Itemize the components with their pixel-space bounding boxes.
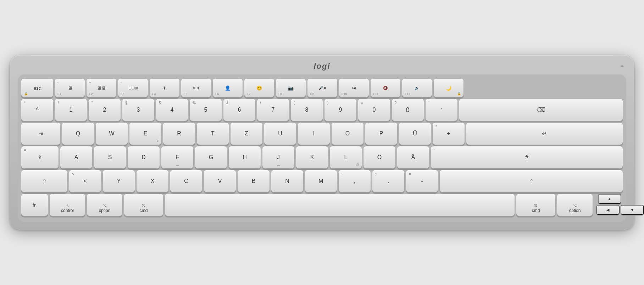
key-shift-right[interactable]: ⇧ — [440, 170, 623, 192]
key-9[interactable]: ) 9 — [324, 99, 356, 121]
key-f[interactable]: F — [161, 146, 193, 168]
key-t[interactable]: T — [197, 123, 229, 145]
key-less[interactable]: > < — [69, 170, 101, 192]
key-f5[interactable]: ☀☀ F5 — [181, 79, 211, 97]
key-8[interactable]: ( 8 — [291, 99, 323, 121]
key-hash[interactable]: ' # — [431, 146, 623, 168]
key-f1[interactable]: 🖥 • F1 — [55, 79, 85, 97]
arrow-up-row: ▲ — [596, 194, 623, 204]
keyboard: logi esc 🔒 🖥 • F1 🖥🖥 •• F2 ⊞⊞⊞ • F3 — [10, 55, 634, 230]
key-option-left[interactable]: ⌥ option — [87, 194, 122, 216]
key-r[interactable]: R — [163, 123, 195, 145]
logo-bar: logi — [18, 62, 626, 71]
shift-row: ⇧ > < Y X C V B N — [21, 170, 623, 192]
key-4[interactable]: $ 4 — [156, 99, 188, 121]
key-i[interactable]: I — [298, 123, 330, 145]
key-f3[interactable]: ⊞⊞⊞ • F3 — [118, 79, 148, 97]
key-a[interactable]: A — [60, 146, 92, 168]
key-cmd-left[interactable]: ⌘ cmd — [124, 194, 163, 216]
key-f11[interactable]: 🔇 F11 — [371, 79, 400, 97]
key-fn[interactable]: fn — [21, 194, 48, 216]
key-x[interactable]: X — [137, 170, 168, 192]
key-m[interactable]: M — [305, 170, 337, 192]
led-indicator — [621, 66, 623, 67]
key-f7[interactable]: 😊 F7 — [244, 79, 274, 97]
key-backspace[interactable]: ⌫ — [459, 99, 623, 121]
key-plus[interactable]: * + — [433, 123, 465, 145]
key-g[interactable]: G — [195, 146, 227, 168]
key-k[interactable]: K — [296, 146, 328, 168]
key-ss[interactable]: ? ß — [392, 99, 424, 121]
fn-row: esc 🔒 🖥 • F1 🖥🖥 •• F2 ⊞⊞⊞ • F3 ☀ F4 — [21, 79, 623, 97]
key-f9[interactable]: 🎤✕ F9 — [307, 79, 337, 97]
key-p[interactable]: P — [365, 123, 397, 145]
home-row: ⇪ A S D F G H J — [21, 146, 623, 168]
key-b[interactable]: B — [238, 170, 270, 192]
key-e[interactable]: E € — [129, 123, 161, 145]
key-5[interactable]: % 5 — [190, 99, 222, 121]
key-w[interactable]: W — [96, 123, 128, 145]
key-z[interactable]: Z — [231, 123, 262, 145]
key-n[interactable]: N — [271, 170, 303, 192]
key-v[interactable]: V — [204, 170, 236, 192]
key-tab[interactable]: ⇥ — [21, 123, 60, 145]
key-u[interactable]: U — [264, 123, 296, 145]
key-f2[interactable]: 🖥🖥 •• F2 — [87, 79, 116, 97]
key-f8[interactable]: 📷 F8 — [276, 79, 306, 97]
number-row: ° ^ ! 1 " 2 § 3 $ 4 % 5 — [21, 99, 623, 121]
key-o[interactable]: O — [332, 123, 363, 145]
key-shift-left[interactable]: ⇧ — [21, 170, 67, 192]
key-f10[interactable]: ⏭ F10 — [339, 79, 369, 97]
key-f12[interactable]: 🔈 F12 — [402, 79, 432, 97]
key-f4[interactable]: ☀ F4 — [150, 79, 179, 97]
key-ae[interactable]: Ä — [397, 146, 429, 168]
key-7[interactable]: / 7 — [257, 99, 289, 121]
key-esc[interactable]: esc 🔒 — [21, 79, 53, 97]
key-arrow-left[interactable]: ◀ — [596, 205, 620, 215]
key-1[interactable]: ! 1 — [55, 99, 87, 121]
key-0[interactable]: = 0 — [358, 99, 390, 121]
key-oe[interactable]: Ö — [363, 146, 395, 168]
key-3[interactable]: § 3 — [122, 99, 154, 121]
key-return[interactable]: ↵ — [466, 123, 623, 145]
arrow-down-row: ◀ ▼ ▶ — [596, 205, 623, 215]
key-caps-lock[interactable]: ⇪ — [21, 146, 59, 168]
key-c[interactable]: C — [170, 170, 202, 192]
brand-logo: logi — [313, 62, 330, 71]
key-ue[interactable]: Ü — [399, 123, 431, 145]
key-2[interactable]: " 2 — [89, 99, 121, 121]
key-space[interactable] — [165, 194, 515, 216]
key-lock[interactable]: 🌙 🔒 — [434, 79, 463, 97]
key-h[interactable]: H — [229, 146, 261, 168]
key-q[interactable]: Q — [62, 123, 94, 145]
keys-container: esc 🔒 🖥 • F1 🖥🖥 •• F2 ⊞⊞⊞ • F3 ☀ F4 — [18, 74, 626, 222]
key-6[interactable]: & 6 — [223, 99, 255, 121]
key-d[interactable]: D — [128, 146, 160, 168]
key-slash[interactable]: = - — [406, 170, 438, 192]
key-s[interactable]: S — [94, 146, 126, 168]
key-control[interactable]: ∧ control — [50, 194, 85, 216]
key-f6[interactable]: 👤 F6 — [213, 79, 243, 97]
key-j[interactable]: J — [262, 146, 294, 168]
key-option-right[interactable]: ⌥ option — [557, 194, 593, 216]
key-period[interactable]: : . — [372, 170, 404, 192]
key-arrow-down[interactable]: ▼ — [621, 205, 644, 215]
key-grave[interactable]: ° ^ — [21, 99, 53, 121]
key-arrow-up[interactable]: ▲ — [598, 194, 621, 204]
bottom-row: fn ∧ control ⌥ option ⌘ cmd ⌘ cmd ⌥ — [21, 194, 623, 216]
qwerty-row: ⇥ Q W E € R T Z U — [21, 123, 623, 145]
key-l[interactable]: L @ — [330, 146, 362, 168]
key-cmd-right[interactable]: ⌘ cmd — [516, 194, 555, 216]
key-backtick[interactable]: ` ´ — [426, 99, 457, 121]
key-comma[interactable]: ; , — [339, 170, 371, 192]
key-y[interactable]: Y — [103, 170, 135, 192]
arrow-cluster: ▲ ◀ ▼ ▶ — [596, 194, 623, 216]
